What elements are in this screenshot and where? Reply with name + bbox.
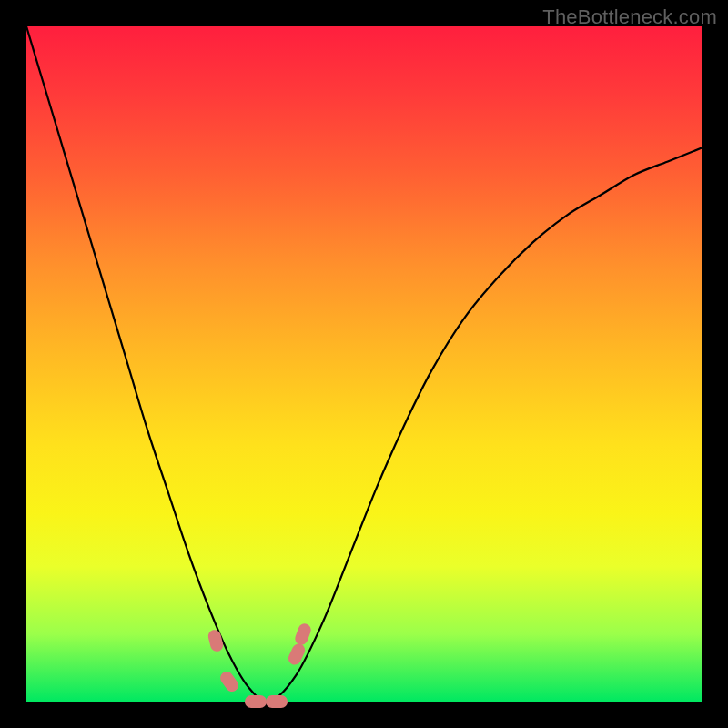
data-marker <box>286 642 307 667</box>
data-marker <box>294 622 313 646</box>
plot-area <box>26 26 702 702</box>
bottleneck-curve <box>26 26 702 702</box>
data-marker <box>245 695 267 708</box>
data-marker <box>207 629 224 653</box>
data-marker <box>217 669 240 694</box>
curve-svg <box>26 26 702 702</box>
chart-frame: TheBottleneck.com <box>0 0 728 728</box>
data-marker <box>266 695 288 708</box>
